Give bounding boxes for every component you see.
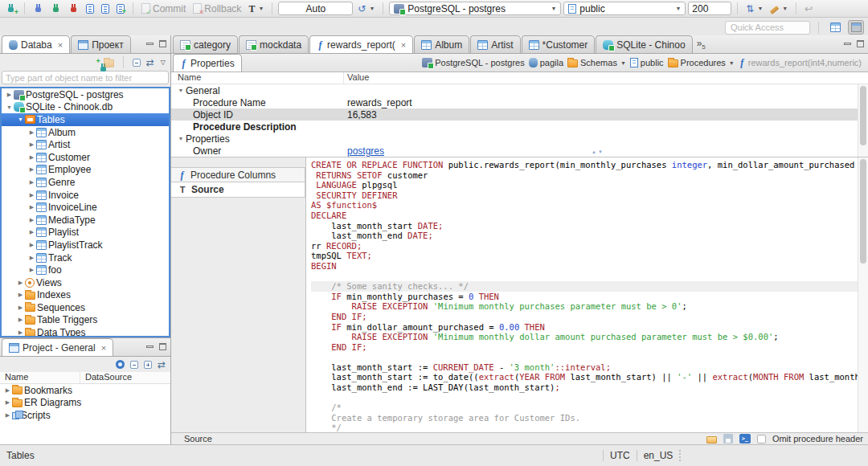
subtab-source[interactable]: TSource	[171, 182, 305, 198]
expand-arrow-icon[interactable]: ▶	[16, 292, 25, 298]
property-row-properties[interactable]: ▼Properties	[171, 133, 868, 145]
tree-item-mediatype[interactable]: ▶MediaType	[2, 214, 169, 227]
link-editor-icon[interactable]: ⇄	[158, 360, 166, 370]
expand-arrow-icon[interactable]: ▶	[3, 399, 12, 406]
expand-arrow-icon[interactable]: ▶	[27, 192, 36, 198]
expand-arrow-icon[interactable]: ▶	[27, 166, 36, 173]
tree-item-genre[interactable]: ▶Genre	[2, 176, 169, 189]
tree-item-postgresql-postgres[interactable]: ▶PostgreSQL - postgres	[2, 88, 169, 101]
tree-item-album[interactable]: ▶Album	[2, 126, 169, 139]
expand-arrow-icon[interactable]: ▶	[27, 129, 36, 136]
new-connection-button[interactable]: +	[3, 1, 18, 17]
source-code-editor[interactable]: CREATE OR REPLACE FUNCTION public.reward…	[306, 157, 858, 432]
quick-access-input[interactable]	[725, 21, 810, 35]
timezone-indicator[interactable]: UTC	[610, 450, 630, 461]
collapse-arrow-icon[interactable]: ▼	[16, 117, 25, 122]
transaction-log-button[interactable]: T▼	[246, 1, 266, 17]
save-icon[interactable]	[723, 434, 733, 444]
tree-item-playlist[interactable]: ▶Playlist	[2, 227, 169, 239]
expand-arrow-icon[interactable]: ▶	[5, 92, 14, 98]
transaction-history-button[interactable]: ↺▼	[355, 1, 377, 17]
breadcrumb-postgresql-postgres[interactable]: PostgreSQL - postgres	[422, 58, 524, 67]
active-schema-select[interactable]: public▼	[563, 2, 686, 15]
tree-item-sequences[interactable]: ▶Sequences	[2, 301, 169, 314]
expand-arrow-icon[interactable]: ▶	[27, 229, 36, 235]
tree-item-tables[interactable]: ▼Tables	[2, 113, 169, 126]
project-item-bookmarks[interactable]: ▶Bookmarks	[0, 384, 170, 397]
collapse-all-icon[interactable]	[133, 59, 141, 67]
collapse-arrow-icon[interactable]: ▼	[5, 104, 14, 110]
column-header-value[interactable]: Value	[344, 72, 868, 84]
tree-item-views[interactable]: ▶Views	[2, 276, 169, 289]
editor-tab-sqlite-chinoo[interactable]: SQLite - Chinoo	[596, 35, 692, 53]
transaction-mode-select[interactable]: Auto	[278, 2, 353, 15]
tree-item-indexes[interactable]: ▶Indexes	[2, 289, 169, 302]
close-icon[interactable]: ×	[401, 41, 406, 49]
tab-projects[interactable]: Проект	[71, 35, 131, 53]
breadcrumb-public[interactable]: public	[630, 58, 664, 67]
object-filter-input[interactable]	[2, 71, 169, 84]
collapse-arrow-icon[interactable]: ▼	[176, 88, 186, 93]
new-sql-editor-button[interactable]: +	[114, 1, 127, 17]
open-perspective-button[interactable]	[827, 20, 843, 35]
editor-tab-rewards-report[interactable]: frewards_report(×	[309, 35, 413, 53]
project-item-er-diagrams[interactable]: ▶ER Diagrams	[0, 397, 170, 410]
dbeaver-perspective-button[interactable]	[848, 20, 864, 35]
active-connection-select[interactable]: PostgreSQL - postgres▼	[389, 2, 561, 15]
column-header-name[interactable]: Name	[0, 372, 80, 383]
scrollbar-thumb[interactable]	[860, 86, 866, 145]
source-scrollbar[interactable]	[858, 157, 868, 432]
expand-arrow-icon[interactable]: ▶	[27, 255, 36, 261]
navigator-tree[interactable]: ▶PostgreSQL - postgres▼SQLite - Chinook.…	[0, 87, 170, 337]
property-row-procedure-name[interactable]: Procedure Namerewards_report	[171, 96, 868, 108]
close-icon[interactable]: ×	[58, 41, 63, 49]
view-menu-icon[interactable]: ▽	[161, 59, 166, 66]
breadcrumb-schemas[interactable]: Schemas▼	[567, 58, 626, 67]
editor-tab-customer[interactable]: *Customer	[522, 35, 596, 53]
tree-item-artist[interactable]: ▶Artist	[2, 138, 169, 151]
collapse-arrow-icon[interactable]: ▼	[176, 136, 186, 141]
tab-properties[interactable]: f Properties	[173, 54, 242, 72]
open-file-icon[interactable]	[706, 436, 717, 444]
column-header-name[interactable]: Name	[171, 72, 344, 84]
minimize-icon[interactable]	[844, 43, 851, 45]
owner-link[interactable]: postgres	[347, 145, 384, 157]
gear-icon[interactable]	[116, 360, 125, 369]
tab-project-general[interactable]: Project - General ×	[2, 338, 113, 356]
sql-editor-button[interactable]	[84, 1, 96, 17]
tree-item-data-types[interactable]: ▶Data Types	[2, 326, 169, 337]
tree-item-customer[interactable]: ▶Customer	[2, 151, 169, 164]
minimize-icon[interactable]	[146, 345, 154, 348]
commit-button[interactable]: Commit	[139, 1, 188, 17]
tab-database-navigator[interactable]: Databa ×	[2, 35, 70, 53]
property-row-owner[interactable]: Ownerpostgres	[171, 145, 868, 157]
expand-arrow-icon[interactable]: ▶	[27, 217, 36, 223]
disconnect-button[interactable]	[66, 1, 81, 17]
expand-arrow-icon[interactable]: ▶	[16, 329, 25, 336]
subtab-procedure-columns[interactable]: fProcedure Columns	[171, 167, 305, 182]
expand-arrow-icon[interactable]: ▶	[27, 242, 36, 248]
expand-arrow-icon[interactable]: ▶	[27, 179, 36, 186]
breadcrumb-rewards-report-int4-numeric[interactable]: frewards_report(int4,numeric)	[739, 58, 862, 67]
format-button[interactable]: ▼	[768, 1, 790, 17]
link-editor-icon[interactable]: ⇄	[146, 58, 154, 67]
reconnect-button[interactable]	[48, 1, 63, 17]
refresh-settings-button[interactable]: ⇅▼	[743, 1, 765, 17]
tree-item-table-triggers[interactable]: ▶Table Triggers	[2, 314, 169, 327]
editor-tab-album[interactable]: Album	[414, 35, 469, 53]
properties-scrollbar[interactable]	[858, 84, 868, 157]
nav-new-folder-button[interactable]	[104, 57, 114, 68]
maximize-icon[interactable]	[159, 40, 166, 47]
project-tree[interactable]: ▶Bookmarks▶ER Diagrams▶Scripts	[0, 384, 170, 422]
expand-arrow-icon[interactable]: ▶	[16, 280, 25, 286]
editor-tab-artist[interactable]: Artist	[470, 35, 520, 53]
tree-item-invoiceline[interactable]: ▶InvoiceLine	[2, 201, 169, 214]
tree-item-employee[interactable]: ▶Employee	[2, 164, 169, 177]
recent-sql-editor-button[interactable]	[99, 1, 112, 17]
tree-item-invoice[interactable]: ▶Invoice	[2, 189, 169, 202]
project-item-scripts[interactable]: ▶Scripts	[0, 409, 170, 422]
tree-item-track[interactable]: ▶Track	[2, 251, 169, 264]
expand-arrow-icon[interactable]: ▶	[16, 317, 25, 323]
expand-arrow-icon[interactable]: ▶	[3, 412, 12, 419]
tab-overflow-indicator[interactable]: »5	[697, 38, 706, 51]
